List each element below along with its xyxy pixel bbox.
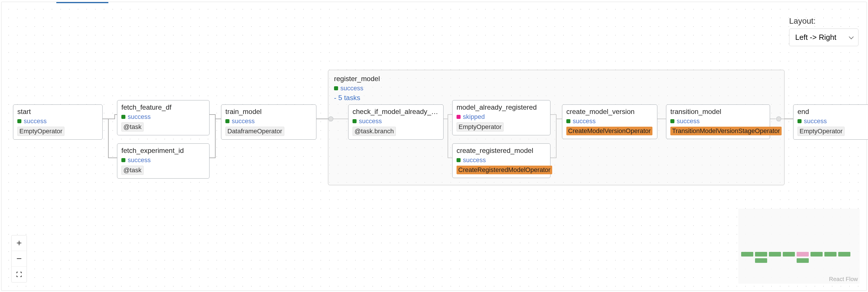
status-text: success [573, 117, 595, 125]
plus-icon: + [17, 238, 22, 248]
status-row: success [121, 113, 205, 121]
zoom-out-button[interactable]: − [11, 251, 27, 267]
zoom-in-button[interactable]: + [11, 235, 27, 251]
mini-node [769, 252, 781, 257]
node-fetch-experiment-id[interactable]: fetch_experiment_id success @task [117, 143, 210, 179]
layout-select[interactable]: Left -> Right [789, 29, 859, 46]
operator-label: CreateRegisteredModelOperator [457, 166, 552, 174]
status-row: success [457, 156, 546, 164]
node-title: transition_model [670, 108, 766, 116]
mini-node [783, 252, 795, 257]
active-tab-indicator [56, 2, 108, 3]
node-fetch-feature-df[interactable]: fetch_feature_df success @task [117, 100, 210, 135]
mini-node [755, 258, 767, 263]
status-text: skipped [463, 113, 485, 121]
mini-node [810, 252, 823, 257]
attribution: React Flow [829, 276, 858, 283]
status-text: success [677, 117, 700, 125]
operator-label: @task [121, 122, 144, 132]
node-title: train_model [225, 108, 312, 116]
status-text: success [359, 117, 382, 125]
status-dot-skipped [457, 115, 461, 119]
status-dot-success [334, 86, 338, 90]
status-dot-success [352, 119, 356, 123]
node-create-model-version[interactable]: create_model_version success CreateModel… [562, 104, 657, 139]
zoom-controls: + − [11, 235, 27, 283]
status-dot-success [121, 158, 125, 162]
mini-node [797, 252, 809, 257]
node-title: create_model_version [566, 108, 653, 116]
minus-icon: − [17, 253, 22, 264]
status-dot-success [457, 158, 461, 162]
graph-canvas[interactable]: Layout: Left -> Right s [1, 2, 867, 291]
status-text: success [340, 84, 363, 92]
node-title: fetch_experiment_id [121, 147, 205, 155]
status-row: success [121, 156, 205, 164]
operator-label: EmptyOperator [798, 127, 845, 136]
node-end[interactable]: end success EmptyOperator [793, 104, 868, 140]
mini-node [755, 252, 767, 257]
fit-view-button[interactable] [11, 267, 27, 282]
status-dot-success [17, 119, 21, 123]
mini-node [741, 252, 753, 257]
status-text: success [128, 156, 151, 164]
group-title: register_model [334, 75, 778, 83]
status-row: success [17, 117, 98, 125]
node-title: fetch_feature_df [121, 103, 205, 111]
node-train-model[interactable]: train_model success DataframeOperator [221, 104, 316, 140]
status-text: success [804, 117, 827, 125]
node-create-registered-model[interactable]: create_registered_model success CreateRe… [452, 143, 551, 178]
node-model-already-registered[interactable]: model_already_registered skipped EmptyOp… [452, 100, 551, 135]
mini-node [825, 252, 837, 257]
status-text: success [463, 156, 486, 164]
node-title: check_if_model_already_regis… [352, 108, 439, 116]
node-check-if-model-already-registered[interactable]: check_if_model_already_regis… success @t… [348, 104, 443, 140]
node-start[interactable]: start success EmptyOperator [13, 104, 102, 140]
status-dot-success [798, 119, 802, 123]
group-collapse-link[interactable]: - 5 tasks [334, 94, 778, 102]
status-dot-success [121, 115, 125, 119]
operator-label: EmptyOperator [17, 127, 64, 136]
status-text: success [232, 117, 254, 125]
node-transition-model[interactable]: transition_model success TransitionModel… [666, 104, 770, 139]
status-row: success [334, 84, 778, 92]
fit-view-icon [16, 271, 23, 278]
layout-select-value: Left -> Right [795, 33, 836, 42]
node-title: create_registered_model [457, 147, 546, 155]
minimap[interactable]: React Flow [738, 209, 860, 284]
layout-control: Layout: Left -> Right [789, 16, 859, 46]
status-dot-success [566, 119, 570, 123]
status-row: skipped [457, 113, 546, 121]
status-row: success [566, 117, 653, 125]
status-dot-success [225, 119, 229, 123]
operator-label: DataframeOperator [225, 127, 284, 136]
operator-label: TransitionModelVersionStageOperator [670, 127, 782, 135]
node-title: end [798, 108, 868, 116]
node-title: model_already_registered [457, 103, 546, 111]
node-title: start [17, 108, 98, 116]
status-text: success [24, 117, 46, 125]
status-dot-success [670, 119, 674, 123]
status-row: success [670, 117, 766, 125]
mini-node [797, 258, 809, 263]
operator-label: CreateModelVersionOperator [566, 127, 652, 135]
status-row: success [225, 117, 312, 125]
layout-label: Layout: [789, 16, 859, 26]
status-row: success [352, 117, 439, 125]
status-text: success [128, 113, 151, 121]
group-header: register_model success - 5 tasks [334, 75, 778, 102]
operator-label: EmptyOperator [457, 122, 504, 132]
mini-node [838, 252, 850, 257]
status-row: success [798, 117, 868, 125]
operator-label: @task.branch [352, 127, 396, 136]
operator-label: @task [121, 166, 144, 175]
